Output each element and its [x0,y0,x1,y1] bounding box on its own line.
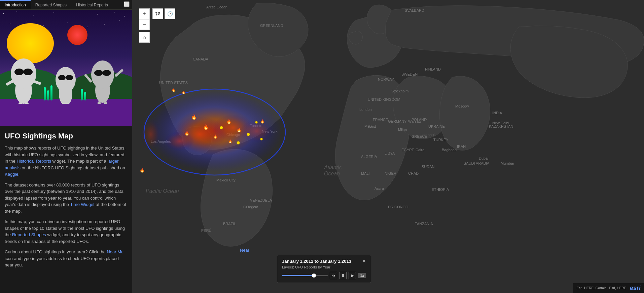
near-me-label[interactable]: Near [240,248,249,253]
svg-point-17 [14,69,24,75]
svg-point-11 [67,23,68,23]
svg-point-31 [94,70,103,76]
time-widget-header: January 1,2012 to January 1,2013 ✕ [282,258,366,264]
link-historical-reports[interactable]: Historical Reports [16,159,51,164]
historic-dot-3 [237,141,240,144]
paragraph-3: In this map, you can drive an investigat… [5,218,128,245]
historic-dot-1 [220,126,223,129]
ufo-icon-4: 🔥 [203,124,209,130]
time-slider-button[interactable]: 🕐 [165,8,175,19]
historic-dot-4 [255,121,258,124]
time-back-button[interactable]: ⏮ [330,272,337,279]
attribution-text: Esri, HERE, Garmin | Esri, HERE [577,286,627,290]
map-area[interactable]: Arctic Ocean GREENLAND UNITED STATES CAN… [132,0,644,293]
link-reported-shapes[interactable]: Reported Shapes [12,232,46,237]
panel-content: UFO Sightings Map This map shows reports… [0,126,132,293]
time-widget-title: January 1,2012 to January 1,2013 [282,259,351,264]
svg-point-16 [11,58,36,89]
time-widget-controls: ⏮ ⏸ ▶ 1x [282,272,366,279]
left-panel: Introduction Reported Shapes Historical … [0,0,132,293]
svg-rect-33 [98,101,101,104]
svg-point-13 [104,24,105,25]
ufo-icon-6: 🔥 [184,131,189,136]
svg-point-32 [102,70,111,76]
home-button[interactable]: ⌂ [139,32,150,43]
hero-image [0,10,132,126]
historic-dot-2 [247,133,250,136]
ufo-icon-2: 🔥 [226,119,231,124]
ufo-icon-8: 🔥 [228,139,232,143]
svg-point-14 [119,20,120,20]
zoom-out-button[interactable]: − [139,19,150,30]
svg-point-5 [97,14,98,14]
ufo-icon-1: 🔥 [191,114,197,120]
paragraph-2: The dataset contains over 80,000 records… [5,182,128,215]
esri-logo: esri [630,285,641,292]
world-map-svg [132,0,644,293]
link-near-me[interactable]: Near Me [107,249,123,254]
svg-point-25 [58,75,66,80]
ufo-icon-alaska2: 🔥 [182,91,185,94]
ufo-icon-7: 🔥 [260,119,265,124]
esri-attribution-bar: Esri, HERE, Garmin | Esri, HERE esri [573,283,644,293]
time-speed-selector[interactable]: 1x [358,273,366,278]
map-tool-controls: 🗺 🕐 [152,8,175,19]
svg-rect-35 [114,69,123,77]
tab-bar: Introduction Reported Shapes Historical … [0,0,132,10]
panel-expand-button[interactable]: ⬜ [121,0,132,9]
ufo-icon-hawaii: 🔥 [140,168,145,173]
tab-introduction[interactable]: Introduction [0,0,31,9]
svg-rect-36 [84,74,93,83]
ufo-icon-3: 🔥 [237,128,242,132]
panel-title: UFO Sightings Map [5,130,128,141]
svg-point-7 [124,16,125,16]
ufo-icon-5: 🔥 [213,134,218,139]
svg-point-3 [53,12,54,13]
svg-point-10 [43,25,44,26]
zoom-in-button[interactable]: + [139,8,150,19]
link-time-widget[interactable]: Time Widget [70,202,94,207]
map-controls: + − ⌂ [139,8,150,43]
svg-point-1 [16,11,17,12]
time-play-button[interactable]: ▶ [349,272,356,279]
svg-point-12 [87,27,88,27]
time-pause-button[interactable]: ⏸ [339,272,347,279]
paragraph-1: This map shows reports of UFO sightings … [5,145,128,178]
time-widget-layers-label: Layers: UFO Reports by Year [282,265,366,269]
basemap-gallery-button[interactable]: 🗺 [152,8,163,19]
time-widget-close-button[interactable]: ✕ [362,258,366,264]
historic-dot-5 [260,138,263,140]
svg-point-6 [114,12,115,12]
time-widget: January 1,2012 to January 1,2013 ✕ Layer… [277,255,371,283]
tab-reported-shapes[interactable]: Reported Shapes [31,0,71,9]
svg-point-9 [27,22,27,22]
aliens-illustration [0,37,132,104]
time-slider[interactable] [282,275,328,276]
tab-historical-reports[interactable]: Historical Reports [71,0,113,9]
svg-point-18 [23,69,33,75]
svg-point-4 [74,16,74,17]
svg-point-8 [10,23,10,24]
link-kaggle[interactable]: Kaggle [5,172,18,177]
paragraph-4: Curious about UFO sightings in your area… [5,249,128,268]
ufo-icon-alaska1: 🔥 [172,88,176,92]
svg-point-24 [56,67,76,92]
svg-point-2 [33,15,34,15]
svg-point-30 [91,60,114,89]
svg-rect-34 [104,101,107,104]
svg-point-26 [66,75,73,80]
svg-point-0 [3,13,4,14]
